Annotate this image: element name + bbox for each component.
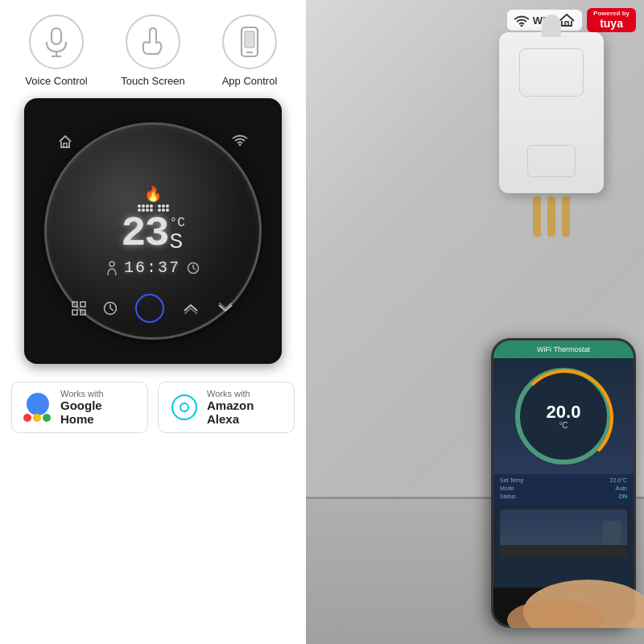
feature-touch-screen: Touch Screen [109,14,197,87]
thermostat-home-icon [58,134,72,152]
pipe-2 [547,196,555,237]
left-panel: Voice Control Touch Screen App Control [0,0,306,644]
schedule-icon[interactable] [103,301,118,316]
google-home-name: Google Home [60,398,136,426]
app-control-icon-circle [222,14,277,69]
svg-rect-6 [245,31,254,47]
google-home-text: Works with Google Home [60,389,136,426]
app-control-label: App Control [222,75,278,87]
flame-icon: 🔥 [144,185,162,203]
svg-rect-14 [80,302,85,307]
google-home-works-with: Works with [60,389,136,398]
phone-info-row-1: Set Temp 22.0°C [500,477,627,483]
boiler-lower-area [527,145,576,177]
svg-rect-15 [72,310,77,315]
top-brand-logos: WiFi Powered by tuya [507,8,636,32]
feature-app-control: App Control [205,14,294,87]
boiler-box [499,32,604,193]
tuya-text: tuya [600,18,623,30]
alexa-name: Amazon Alexa [207,398,283,426]
phone-bottom-info: Set Temp 22.0°C Mode Auto Status ON [493,474,634,505]
mode-button[interactable] [135,294,164,323]
smartphone-icon [238,26,261,58]
phone-label-2: Mode [500,485,514,491]
phone-with-app: WiFi Thermostat 20.0 °C Set Temp 22.0°C [475,306,644,628]
alexa-logo [170,393,199,422]
boiler-pipes [499,196,604,237]
thermostat-device: 🔥 23 °C S [24,98,282,364]
thermostat-wifi-icon [232,134,248,148]
touch-screen-icon-circle [126,14,180,69]
voice-control-icon-circle [29,14,84,69]
phone-label-1: Set Temp [500,477,523,483]
temp-suffix-group: °C S [170,213,185,254]
temp-s: S [170,231,184,254]
svg-point-20 [180,403,188,411]
feature-voice-control: Voice Control [12,14,101,87]
person-icon [106,261,118,275]
thermostat-display: 🔥 23 °C S [47,179,259,283]
svg-line-12 [193,268,196,270]
clock-icon [187,262,200,275]
tuya-badge: Powered by tuya [587,8,636,32]
voice-control-label: Voice Control [25,75,87,87]
phone-val-2: Auto [616,485,627,491]
amazon-alexa-badge: Works with Amazon Alexa [158,382,295,433]
alexa-text: Works with Amazon Alexa [207,389,283,426]
phone-temp-arc [517,369,613,466]
time-display: 16:37 [124,258,180,277]
hand-holding-phone [491,531,644,628]
feature-row: Voice Control Touch Screen App Control [8,14,298,87]
boiler-unit [499,32,604,237]
boiler-top-pipe [542,14,561,37]
status-row: 16:37 [106,258,200,277]
temp-unit: °C [170,217,185,229]
phone-val-3: ON [619,493,628,499]
grid-icon[interactable] [72,301,86,316]
alexa-icon [178,401,191,414]
thermostat-bottom-controls [47,294,259,323]
touch-screen-label: Touch Screen [121,75,185,87]
svg-point-21 [520,24,522,27]
right-panel: WiFi Powered by tuya [306,0,644,644]
svg-rect-22 [565,22,568,26]
wifi-signal-icon [514,14,530,27]
phone-info-row-2: Mode Auto [500,485,627,491]
pipe-1 [533,196,541,237]
svg-point-7 [239,144,242,147]
phone-label-3: Status [500,493,516,499]
boiler-display-area [519,48,584,97]
touch-icon [138,27,167,57]
phone-val-1: 22.0°C [610,477,627,483]
chevron-down-icon[interactable] [217,303,234,314]
phone-info-row-3: Status ON [500,493,627,499]
svg-line-19 [110,308,114,311]
svg-rect-8 [64,143,67,147]
alexa-ring-icon [171,394,197,420]
google-home-logo [23,393,52,422]
phone-app-header: WiFi Thermostat [493,341,634,358]
phone-thermostat-display: 20.0 °C [515,368,612,464]
microphone-icon [43,27,70,57]
pipe-3 [562,196,570,237]
alexa-works-with: Works with [207,389,283,398]
svg-rect-0 [52,28,61,44]
svg-rect-16 [80,310,85,315]
svg-point-9 [109,262,114,266]
thermostat-ring: 🔥 23 °C S [44,122,262,340]
google-home-badge: Works with Google Home [11,382,148,433]
current-temp: 23 [121,213,167,255]
compat-badges: Works with Google Home Works with Amazon… [11,382,295,433]
hand-svg [491,531,644,628]
main-temp-display: 23 °C S [121,213,185,255]
chevron-up-icon[interactable] [182,303,200,314]
svg-rect-13 [72,302,77,307]
